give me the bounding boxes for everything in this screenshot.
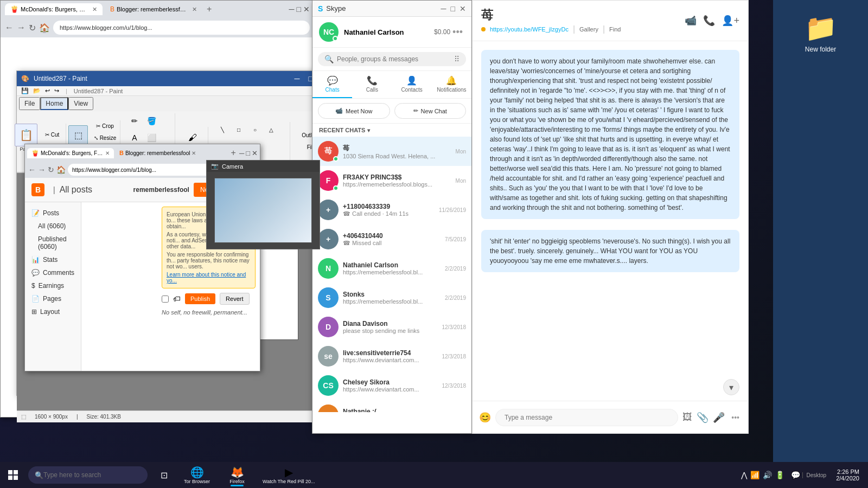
skype-chat-item-10[interactable]: N Nathanie :( https://www.deviantart.com… — [312, 400, 471, 412]
browser-tab-2-bg[interactable]: B Blogger: rememberlessfool ✕ — [105, 3, 202, 15]
emoji-button[interactable]: 😊 — [479, 412, 491, 423]
crop-button[interactable]: ✂ Crop — [90, 120, 120, 131]
skype-nav-calls[interactable]: 📞 Calls — [352, 71, 392, 98]
attach-image-button[interactable]: 🖼 — [682, 412, 692, 423]
resize-button[interactable]: ⤡ Resize — [90, 132, 120, 143]
skype-chat-item-6[interactable]: S Stonks https://rememeberlessfool.bl...… — [312, 283, 471, 312]
skype-chat-item-1[interactable]: 苺 苺 1030 Sierra Road West. Helena, ... M… — [312, 137, 471, 166]
browser2-new-tab[interactable]: + — [229, 148, 238, 158]
skype-minimize-button[interactable]: ─ — [441, 4, 446, 13]
skype-chat-item-3[interactable]: + +118004633339 ☎ Call ended · 14m 11s 1… — [312, 195, 471, 224]
quick-undo-icon[interactable]: ↩ — [45, 87, 50, 94]
browser2-tab1-close[interactable]: ✕ — [105, 150, 110, 156]
learn-more-link[interactable]: Learn more about this notice and yo... — [167, 272, 246, 284]
tab-close-icon-1[interactable]: ✕ — [92, 6, 97, 13]
paint-minimize-button[interactable]: ─ — [291, 73, 303, 84]
bg-browser-close[interactable]: ✕ — [303, 5, 310, 14]
skype-chat-item-9[interactable]: CS Chelsey Sikora https://www.deviantart… — [312, 371, 471, 400]
select-button[interactable]: ⬚ — [68, 125, 88, 145]
volume-icon[interactable]: 🔊 — [763, 471, 772, 479]
skype-chat-item-5[interactable]: N Nathaniel Carlson https://rememeberles… — [312, 254, 471, 283]
quick-redo-icon[interactable]: ↪ — [54, 87, 59, 94]
sidebar-link-stats[interactable]: 📊 Stats — [29, 253, 76, 266]
skype-nav-notifications[interactable]: 🔔 Notifications — [432, 71, 471, 98]
dialpad-icon[interactable]: ⠿ — [454, 55, 459, 63]
video-call-button[interactable]: 📹 — [685, 15, 697, 27]
browser2-home[interactable]: 🏠 — [56, 165, 66, 174]
shape-line[interactable]: ╲ — [215, 122, 230, 137]
sidebar-link-earnings[interactable]: $ Earnings — [29, 279, 76, 292]
skype-chat-item-4[interactable]: + +4064310440 ☎ Missed call 7/5/2019 — [312, 224, 471, 254]
sidebar-link-pages[interactable]: 📄 Pages — [29, 292, 76, 305]
skype-search-input[interactable] — [337, 55, 451, 63]
sidebar-link-comments[interactable]: 💬 Comments — [29, 266, 76, 279]
cut-button[interactable]: ✂ Cut — [39, 129, 66, 140]
tray-chevron-icon[interactable]: ⋀ — [741, 471, 747, 479]
quick-save-icon[interactable]: 💾 — [21, 87, 29, 94]
paint-view-menu[interactable]: View — [68, 97, 93, 110]
taskbar-app-tor[interactable]: 🌐 Tor Browser — [178, 462, 216, 488]
browser-back-bg[interactable]: ← — [5, 23, 14, 33]
browser2-tab1[interactable]: 🍟 McDonald's: Burgers, Fries & ✕ — [27, 148, 114, 158]
browser-tab-1-bg[interactable]: 🍟 McDonald's: Burgers, Fries & ✕ — [5, 3, 103, 15]
new-tab-button-bg[interactable]: + — [207, 4, 212, 14]
audio-call-button[interactable]: 📞 — [703, 15, 715, 27]
bg-browser-maximize[interactable]: □ — [297, 5, 301, 14]
sidebar-link-published[interactable]: Published (6060) — [29, 233, 76, 253]
skype-chat-item-8[interactable]: se live:sensitiveterrie754 https://www.d… — [312, 342, 471, 371]
browser-forward-bg[interactable]: → — [17, 23, 25, 33]
shape-rect[interactable]: □ — [231, 122, 246, 137]
sidebar-link-posts[interactable]: 📝 Posts — [29, 207, 76, 220]
browser2-tab2-close[interactable]: ✕ — [192, 150, 196, 156]
taskbar-search-input[interactable] — [43, 471, 130, 479]
skype-maximize-button[interactable]: □ — [451, 4, 455, 13]
chat-link[interactable]: https://youtu.be/WFE_jIzgyDc — [490, 26, 569, 33]
skype-nav-contacts[interactable]: 👤 Contacts — [392, 71, 432, 98]
browser2-back[interactable]: ← — [28, 165, 36, 174]
paste-button[interactable]: 📋 — [15, 124, 37, 146]
post-select-checkbox[interactable] — [162, 296, 169, 303]
browser-address-bg[interactable] — [53, 21, 310, 35]
shape-ellipse[interactable]: ○ — [247, 122, 263, 137]
find-link[interactable]: Find — [609, 26, 621, 33]
show-desktop-button[interactable]: Desktop — [802, 472, 829, 478]
action-center-icon[interactable]: 💬 — [791, 471, 800, 479]
text-tool[interactable]: A — [127, 130, 142, 145]
skype-chat-item-2[interactable]: F FR3AKY PRINC3$$ https://rememeberlessf… — [312, 166, 471, 195]
skype-close-button[interactable]: ✕ — [459, 4, 466, 13]
attach-file-button[interactable]: 📎 — [697, 412, 709, 423]
pencil-tool[interactable]: ✏ — [127, 113, 142, 129]
bg-browser-minimize[interactable]: ─ — [289, 5, 295, 14]
browser-home-bg[interactable]: 🏠 — [39, 23, 50, 33]
browser2-forward[interactable]: → — [38, 165, 46, 174]
quick-open-icon[interactable]: 📂 — [33, 87, 41, 94]
skype-nav-chats[interactable]: 💬 Chats — [312, 71, 352, 98]
start-button[interactable] — [0, 462, 26, 488]
new-folder-item[interactable]: 📁 New folder — [800, 9, 841, 57]
paint-home-menu[interactable]: Home — [40, 97, 68, 110]
shape-tri[interactable]: △ — [264, 122, 279, 137]
fill-tool[interactable]: 🪣 — [144, 113, 159, 129]
taskbar-app-firefox[interactable]: 🦊 Firefox — [218, 462, 256, 488]
audio-message-button[interactable]: 🎤 — [713, 412, 725, 423]
taskbar-app-video[interactable]: ▶ Watch The Red Pill 20... — [258, 462, 320, 488]
task-view-button[interactable]: ⊡ — [152, 463, 176, 487]
add-person-button[interactable]: 👤+ — [722, 15, 739, 27]
new-chat-button[interactable]: ✏ New Chat — [394, 103, 467, 119]
publish-button[interactable]: Publish — [185, 293, 215, 304]
network-icon[interactable]: 📶 — [750, 471, 760, 479]
meet-now-button[interactable]: 📹 Meet Now — [318, 103, 390, 119]
paint-file-menu[interactable]: File — [19, 97, 40, 110]
tab-close-icon-2[interactable]: ✕ — [192, 6, 197, 13]
browser2-tab2[interactable]: B Blogger: rememberlessfool ✕ — [115, 148, 200, 158]
chat-more-options-button[interactable]: ••• — [729, 411, 742, 424]
browser2-close[interactable]: ✕ — [252, 149, 258, 157]
browser2-refresh[interactable]: ↻ — [48, 165, 54, 174]
sidebar-link-layout[interactable]: ⊞ Layout — [29, 305, 76, 318]
gallery-link[interactable]: Gallery — [579, 26, 598, 33]
browser2-minimize[interactable]: ─ — [239, 149, 244, 157]
eraser-tool[interactable]: ⬜ — [144, 130, 159, 145]
scroll-down-button[interactable]: ▾ — [723, 379, 739, 395]
revert-button[interactable]: Revert — [220, 293, 249, 305]
browser-refresh-bg[interactable]: ↻ — [29, 23, 36, 33]
